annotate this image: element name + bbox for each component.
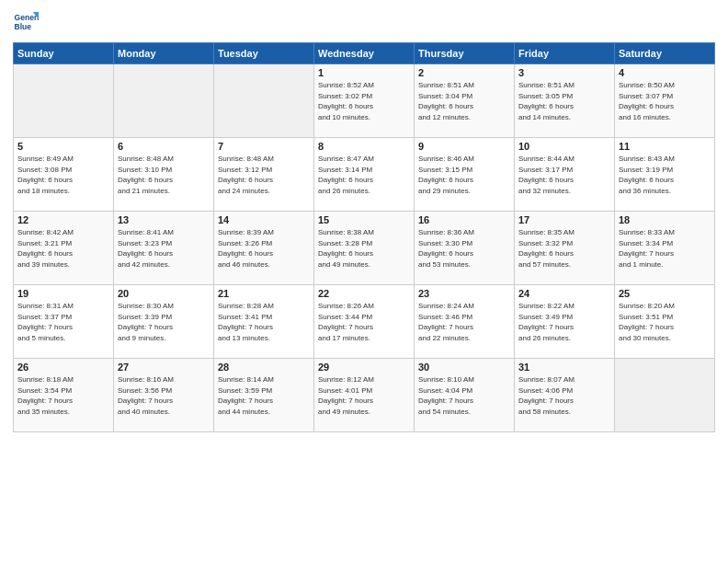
day-number: 12 xyxy=(17,214,109,225)
day-info: Sunrise: 8:38 AM Sunset: 3:28 PM Dayligh… xyxy=(318,227,410,270)
page: General Blue SundayMondayTuesdayWednesda… xyxy=(0,0,728,563)
day-number: 26 xyxy=(17,362,109,373)
col-header-saturday: Saturday xyxy=(615,43,715,64)
day-number: 18 xyxy=(619,214,711,225)
day-cell xyxy=(114,64,214,138)
day-cell: 11Sunrise: 8:43 AM Sunset: 3:19 PM Dayli… xyxy=(615,138,715,212)
calendar-table: SundayMondayTuesdayWednesdayThursdayFrid… xyxy=(13,42,715,432)
day-cell: 3Sunrise: 8:51 AM Sunset: 3:05 PM Daylig… xyxy=(515,64,615,138)
svg-text:Blue: Blue xyxy=(15,22,32,31)
day-info: Sunrise: 8:52 AM Sunset: 3:02 PM Dayligh… xyxy=(318,80,410,122)
day-number: 29 xyxy=(318,362,410,373)
day-number: 1 xyxy=(318,67,410,78)
day-cell: 28Sunrise: 8:14 AM Sunset: 3:59 PM Dayli… xyxy=(214,359,314,432)
day-info: Sunrise: 8:42 AM Sunset: 3:21 PM Dayligh… xyxy=(17,227,109,270)
day-number: 17 xyxy=(518,214,610,225)
day-number: 22 xyxy=(318,288,410,299)
day-cell xyxy=(14,64,114,138)
logo: General Blue xyxy=(13,9,42,35)
day-info: Sunrise: 8:44 AM Sunset: 3:17 PM Dayligh… xyxy=(518,154,610,196)
day-info: Sunrise: 8:14 AM Sunset: 3:59 PM Dayligh… xyxy=(218,374,310,417)
day-info: Sunrise: 8:33 AM Sunset: 3:34 PM Dayligh… xyxy=(619,227,711,270)
day-info: Sunrise: 8:24 AM Sunset: 3:46 PM Dayligh… xyxy=(418,301,510,343)
day-info: Sunrise: 8:07 AM Sunset: 4:06 PM Dayligh… xyxy=(518,374,610,417)
day-number: 24 xyxy=(518,288,610,299)
day-cell: 20Sunrise: 8:30 AM Sunset: 3:39 PM Dayli… xyxy=(114,285,214,359)
day-info: Sunrise: 8:35 AM Sunset: 3:32 PM Dayligh… xyxy=(518,227,610,270)
day-number: 10 xyxy=(518,141,610,152)
day-cell: 13Sunrise: 8:41 AM Sunset: 3:23 PM Dayli… xyxy=(114,212,214,285)
day-info: Sunrise: 8:50 AM Sunset: 3:07 PM Dayligh… xyxy=(619,80,711,122)
day-number: 9 xyxy=(418,141,510,152)
day-cell: 21Sunrise: 8:28 AM Sunset: 3:41 PM Dayli… xyxy=(214,285,314,359)
day-info: Sunrise: 8:10 AM Sunset: 4:04 PM Dayligh… xyxy=(418,374,510,417)
day-number: 30 xyxy=(418,362,510,373)
day-info: Sunrise: 8:18 AM Sunset: 3:54 PM Dayligh… xyxy=(17,374,109,417)
day-cell: 12Sunrise: 8:42 AM Sunset: 3:21 PM Dayli… xyxy=(14,212,114,285)
col-header-wednesday: Wednesday xyxy=(314,43,415,64)
col-header-friday: Friday xyxy=(515,43,615,64)
day-cell: 24Sunrise: 8:22 AM Sunset: 3:49 PM Dayli… xyxy=(515,285,615,359)
logo-icon: General Blue xyxy=(13,9,39,35)
day-number: 6 xyxy=(118,141,210,152)
day-cell: 8Sunrise: 8:47 AM Sunset: 3:14 PM Daylig… xyxy=(314,138,415,212)
day-info: Sunrise: 8:28 AM Sunset: 3:41 PM Dayligh… xyxy=(218,301,310,343)
day-number: 4 xyxy=(619,67,711,78)
day-info: Sunrise: 8:16 AM Sunset: 3:56 PM Dayligh… xyxy=(118,374,210,417)
day-number: 8 xyxy=(318,141,410,152)
day-cell xyxy=(615,359,715,432)
day-cell: 18Sunrise: 8:33 AM Sunset: 3:34 PM Dayli… xyxy=(615,212,715,285)
day-cell: 14Sunrise: 8:39 AM Sunset: 3:26 PM Dayli… xyxy=(214,212,314,285)
day-info: Sunrise: 8:12 AM Sunset: 4:01 PM Dayligh… xyxy=(318,374,410,417)
day-info: Sunrise: 8:36 AM Sunset: 3:30 PM Dayligh… xyxy=(418,227,510,270)
day-number: 19 xyxy=(17,288,109,299)
day-cell: 7Sunrise: 8:48 AM Sunset: 3:12 PM Daylig… xyxy=(214,138,314,212)
day-number: 7 xyxy=(218,141,310,152)
day-info: Sunrise: 8:51 AM Sunset: 3:05 PM Dayligh… xyxy=(518,80,610,122)
day-info: Sunrise: 8:31 AM Sunset: 3:37 PM Dayligh… xyxy=(17,301,109,343)
day-cell: 29Sunrise: 8:12 AM Sunset: 4:01 PM Dayli… xyxy=(314,359,415,432)
day-cell: 16Sunrise: 8:36 AM Sunset: 3:30 PM Dayli… xyxy=(415,212,515,285)
day-number: 27 xyxy=(118,362,210,373)
day-cell: 26Sunrise: 8:18 AM Sunset: 3:54 PM Dayli… xyxy=(14,359,114,432)
day-number: 16 xyxy=(418,214,510,225)
day-cell: 1Sunrise: 8:52 AM Sunset: 3:02 PM Daylig… xyxy=(314,64,415,138)
week-row-1: 5Sunrise: 8:49 AM Sunset: 3:08 PM Daylig… xyxy=(14,138,715,212)
day-cell: 30Sunrise: 8:10 AM Sunset: 4:04 PM Dayli… xyxy=(415,359,515,432)
day-number: 2 xyxy=(418,67,510,78)
day-info: Sunrise: 8:43 AM Sunset: 3:19 PM Dayligh… xyxy=(619,154,711,196)
day-cell: 5Sunrise: 8:49 AM Sunset: 3:08 PM Daylig… xyxy=(14,138,114,212)
day-number: 31 xyxy=(518,362,610,373)
day-cell: 10Sunrise: 8:44 AM Sunset: 3:17 PM Dayli… xyxy=(515,138,615,212)
day-number: 25 xyxy=(619,288,711,299)
day-number: 3 xyxy=(518,67,610,78)
day-cell: 6Sunrise: 8:48 AM Sunset: 3:10 PM Daylig… xyxy=(114,138,214,212)
day-cell: 31Sunrise: 8:07 AM Sunset: 4:06 PM Dayli… xyxy=(515,359,615,432)
day-cell: 22Sunrise: 8:26 AM Sunset: 3:44 PM Dayli… xyxy=(314,285,415,359)
day-info: Sunrise: 8:49 AM Sunset: 3:08 PM Dayligh… xyxy=(17,154,109,196)
col-header-thursday: Thursday xyxy=(415,43,515,64)
day-cell: 25Sunrise: 8:20 AM Sunset: 3:51 PM Dayli… xyxy=(615,285,715,359)
day-cell: 15Sunrise: 8:38 AM Sunset: 3:28 PM Dayli… xyxy=(314,212,415,285)
day-cell xyxy=(214,64,314,138)
day-number: 20 xyxy=(118,288,210,299)
day-number: 5 xyxy=(17,141,109,152)
day-info: Sunrise: 8:48 AM Sunset: 3:12 PM Dayligh… xyxy=(218,154,310,196)
day-info: Sunrise: 8:26 AM Sunset: 3:44 PM Dayligh… xyxy=(318,301,410,343)
week-row-2: 12Sunrise: 8:42 AM Sunset: 3:21 PM Dayli… xyxy=(14,212,715,285)
day-info: Sunrise: 8:22 AM Sunset: 3:49 PM Dayligh… xyxy=(518,301,610,343)
day-number: 21 xyxy=(218,288,310,299)
svg-text:General: General xyxy=(15,13,39,22)
day-info: Sunrise: 8:30 AM Sunset: 3:39 PM Dayligh… xyxy=(118,301,210,343)
day-number: 13 xyxy=(118,214,210,225)
week-row-4: 26Sunrise: 8:18 AM Sunset: 3:54 PM Dayli… xyxy=(14,359,715,432)
day-number: 15 xyxy=(318,214,410,225)
day-info: Sunrise: 8:41 AM Sunset: 3:23 PM Dayligh… xyxy=(118,227,210,270)
day-cell: 4Sunrise: 8:50 AM Sunset: 3:07 PM Daylig… xyxy=(615,64,715,138)
day-number: 23 xyxy=(418,288,510,299)
day-number: 11 xyxy=(619,141,711,152)
day-info: Sunrise: 8:47 AM Sunset: 3:14 PM Dayligh… xyxy=(318,154,410,196)
week-row-0: 1Sunrise: 8:52 AM Sunset: 3:02 PM Daylig… xyxy=(14,64,715,138)
col-header-monday: Monday xyxy=(114,43,214,64)
col-header-tuesday: Tuesday xyxy=(214,43,314,64)
